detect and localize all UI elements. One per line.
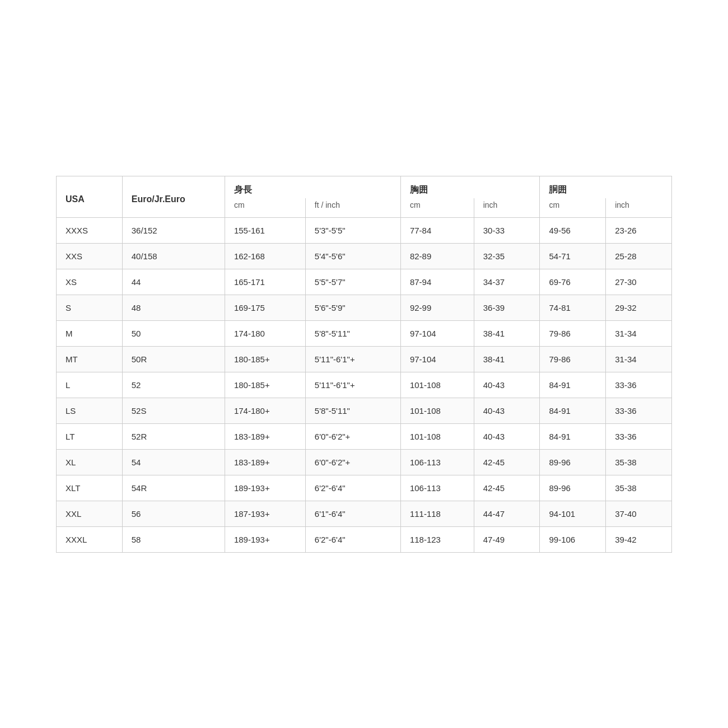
cell-chest-inch: 38-41: [474, 320, 540, 346]
cell-waist-cm: 89-96: [540, 449, 606, 475]
table-row: XS44165-1715'5"-5'7"87-9434-3769-7627-30: [57, 269, 672, 295]
cell-chest-cm: 97-104: [400, 320, 474, 346]
cell-height-cm: 174-180+: [225, 398, 305, 423]
cell-usa: XXL: [57, 501, 123, 526]
cell-euro: 56: [122, 501, 225, 526]
cell-chest-cm: 101-108: [400, 372, 474, 398]
cell-chest-cm: 87-94: [400, 269, 474, 295]
cell-usa: XXXL: [57, 526, 123, 552]
header-height-cm: cm: [225, 198, 305, 218]
cell-height-cm: 189-193+: [225, 526, 305, 552]
table-row: XXL56187-193+6'1"-6'4"111-11844-4794-101…: [57, 501, 672, 526]
cell-waist-cm: 79-86: [540, 320, 606, 346]
cell-chest-cm: 82-89: [400, 243, 474, 269]
cell-chest-cm: 97-104: [400, 346, 474, 372]
table-row: L52180-185+5'11"-6'1"+101-10840-4384-913…: [57, 372, 672, 398]
header-chest-group: 胸囲: [400, 176, 540, 198]
cell-euro: 54R: [122, 475, 225, 501]
cell-waist-cm: 84-91: [540, 398, 606, 423]
cell-usa: XLT: [57, 475, 123, 501]
cell-height-ft: 6'2"-6'4": [305, 526, 400, 552]
cell-waist-cm: 74-81: [540, 295, 606, 320]
cell-chest-inch: 34-37: [474, 269, 540, 295]
cell-usa: LT: [57, 423, 123, 449]
cell-waist-inch: 33-36: [606, 398, 672, 423]
table-row: XLT54R189-193+6'2"-6'4"106-11342-4589-96…: [57, 475, 672, 501]
cell-euro: 36/152: [122, 217, 225, 243]
table-row: XXXL58189-193+6'2"-6'4"118-12347-4999-10…: [57, 526, 672, 552]
cell-height-cm: 180-185+: [225, 372, 305, 398]
cell-height-ft: 6'0"-6'2"+: [305, 449, 400, 475]
cell-euro: 52R: [122, 423, 225, 449]
header-row-1: USA Euro/Jr.Euro 身長 胸囲 胴囲: [57, 176, 672, 198]
cell-height-cm: 183-189+: [225, 449, 305, 475]
cell-euro: 58: [122, 526, 225, 552]
cell-chest-inch: 36-39: [474, 295, 540, 320]
table-row: LT52R183-189+6'0"-6'2"+101-10840-4384-91…: [57, 423, 672, 449]
table-row: XXXS36/152155-1615'3"-5'5"77-8430-3349-5…: [57, 217, 672, 243]
cell-waist-inch: 39-42: [606, 526, 672, 552]
table-row: XL54183-189+6'0"-6'2"+106-11342-4589-963…: [57, 449, 672, 475]
table-row: M50174-1805'8"-5'11"97-10438-4179-8631-3…: [57, 320, 672, 346]
header-euro: Euro/Jr.Euro: [122, 176, 225, 217]
cell-waist-inch: 33-36: [606, 423, 672, 449]
size-chart-table: USA Euro/Jr.Euro 身長 胸囲 胴囲 cm ft / inch c…: [56, 176, 672, 553]
cell-chest-cm: 106-113: [400, 475, 474, 501]
cell-waist-inch: 33-36: [606, 372, 672, 398]
cell-euro: 50: [122, 320, 225, 346]
cell-usa: LS: [57, 398, 123, 423]
cell-usa: S: [57, 295, 123, 320]
cell-height-ft: 5'8"-5'11": [305, 398, 400, 423]
cell-usa: L: [57, 372, 123, 398]
header-waist-cm: cm: [540, 198, 606, 218]
cell-chest-inch: 42-45: [474, 475, 540, 501]
cell-waist-inch: 37-40: [606, 501, 672, 526]
cell-chest-cm: 101-108: [400, 398, 474, 423]
cell-usa: M: [57, 320, 123, 346]
cell-usa: XL: [57, 449, 123, 475]
cell-usa: XXXS: [57, 217, 123, 243]
cell-waist-cm: 99-106: [540, 526, 606, 552]
cell-height-ft: 5'5"-5'7": [305, 269, 400, 295]
cell-waist-cm: 54-71: [540, 243, 606, 269]
cell-euro: 52S: [122, 398, 225, 423]
cell-height-cm: 187-193+: [225, 501, 305, 526]
header-height-group: 身長: [225, 176, 400, 198]
cell-chest-inch: 32-35: [474, 243, 540, 269]
cell-chest-cm: 118-123: [400, 526, 474, 552]
cell-chest-inch: 40-43: [474, 398, 540, 423]
cell-height-ft: 5'11"-6'1"+: [305, 346, 400, 372]
cell-euro: 44: [122, 269, 225, 295]
cell-height-ft: 6'1"-6'4": [305, 501, 400, 526]
cell-height-cm: 189-193+: [225, 475, 305, 501]
cell-usa: XXS: [57, 243, 123, 269]
cell-height-ft: 5'11"-6'1"+: [305, 372, 400, 398]
cell-waist-cm: 89-96: [540, 475, 606, 501]
cell-chest-inch: 30-33: [474, 217, 540, 243]
cell-height-ft: 5'6"-5'9": [305, 295, 400, 320]
cell-height-ft: 5'4"-5'6": [305, 243, 400, 269]
cell-waist-inch: 35-38: [606, 475, 672, 501]
cell-chest-cm: 106-113: [400, 449, 474, 475]
header-usa: USA: [57, 176, 123, 217]
cell-waist-inch: 25-28: [606, 243, 672, 269]
cell-height-cm: 183-189+: [225, 423, 305, 449]
cell-waist-inch: 31-34: [606, 346, 672, 372]
cell-chest-inch: 42-45: [474, 449, 540, 475]
cell-euro: 54: [122, 449, 225, 475]
cell-height-cm: 162-168: [225, 243, 305, 269]
cell-waist-inch: 23-26: [606, 217, 672, 243]
header-height-ft: ft / inch: [305, 198, 400, 218]
cell-waist-inch: 27-30: [606, 269, 672, 295]
header-waist-group: 胴囲: [540, 176, 672, 198]
cell-euro: 40/158: [122, 243, 225, 269]
cell-waist-cm: 49-56: [540, 217, 606, 243]
cell-euro: 48: [122, 295, 225, 320]
cell-usa: MT: [57, 346, 123, 372]
cell-chest-cm: 77-84: [400, 217, 474, 243]
cell-height-cm: 169-175: [225, 295, 305, 320]
table-row: S48169-1755'6"-5'9"92-9936-3974-8129-32: [57, 295, 672, 320]
cell-euro: 52: [122, 372, 225, 398]
cell-height-ft: 6'2"-6'4": [305, 475, 400, 501]
cell-height-cm: 180-185+: [225, 346, 305, 372]
